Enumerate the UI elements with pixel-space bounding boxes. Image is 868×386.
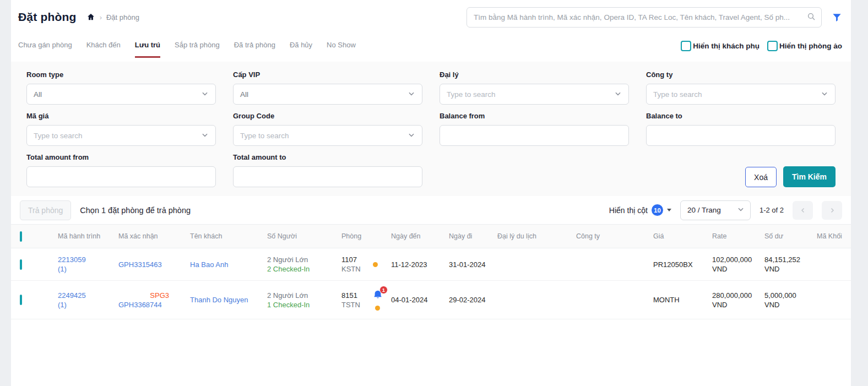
balance-cell: 5,000,000 VND — [764, 291, 817, 309]
select-all-cell — [11, 232, 58, 241]
chevron-down-icon — [201, 90, 209, 99]
booking-page: Đặt phòng › Đặt phòng Chưa gán phòng Khá… — [11, 0, 851, 386]
col-header[interactable]: Phòng — [341, 232, 391, 240]
rate-code-cell: MONTH — [653, 295, 712, 305]
filter-panel: Room type All Cấp VIP All Đại lý Type to… — [11, 62, 851, 196]
balance-amount: 84,151,252 — [764, 255, 817, 264]
confirmation-link[interactable]: GPH3315463 — [118, 260, 162, 269]
tab-sap-tra-phong[interactable]: Sắp trả phòng — [175, 41, 220, 58]
group-code-tag: SPG3 — [118, 291, 190, 300]
toggle-show-virtual-rooms[interactable]: Hiển thị phòng ảo — [767, 41, 842, 51]
chevron-down-icon — [737, 205, 745, 215]
balance-from-input[interactable] — [440, 125, 629, 146]
tab-no-show[interactable]: No Show — [327, 41, 356, 58]
guest-link[interactable]: Thanh Do Nguyen — [190, 296, 248, 304]
rate-cell: 280,000,000 VND — [712, 291, 764, 309]
display-toggles: Hiển thị khách phụ Hiển thị phòng ảo — [681, 34, 842, 51]
balance-currency: VND — [764, 264, 817, 274]
rate-amount: 280,000,000 — [712, 291, 764, 300]
col-header[interactable]: Số dư — [764, 232, 817, 240]
select-placeholder: Type to search — [34, 132, 83, 140]
guest-cell: Ha Bao Anh — [190, 260, 267, 269]
row-checkbox[interactable] — [20, 259, 22, 270]
table-header-row: Mã hành trình Mã xác nhận Tên khách Số N… — [11, 225, 851, 248]
col-header[interactable]: Mã Khối — [817, 232, 851, 240]
toggle-label: Hiển thị khách phụ — [693, 42, 760, 50]
company-select[interactable]: Type to search — [646, 84, 836, 105]
global-search — [466, 7, 822, 28]
rate-cell: 102,000,000 VND — [712, 255, 764, 274]
rate-code-cell: PR12050BX — [653, 260, 712, 269]
arrival-cell: 11-12-2023 — [391, 260, 449, 269]
toggle-label: Hiển thị phòng ảo — [779, 42, 842, 50]
total-amount-to-input[interactable] — [233, 166, 422, 187]
checkout-button[interactable]: Trả phòng — [20, 200, 71, 220]
itinerary-count-link[interactable]: (1) — [58, 300, 118, 309]
itinerary-count-link[interactable]: (1) — [58, 264, 118, 274]
home-icon[interactable] — [86, 13, 95, 21]
filter-label: Group Code — [233, 112, 422, 120]
select-value: All — [34, 90, 42, 99]
filter-label: Total amount to — [233, 153, 422, 161]
rate-code-select[interactable]: Type to search — [26, 125, 216, 146]
itinerary-link[interactable]: 2249425 — [58, 291, 118, 300]
col-header[interactable]: Rate — [712, 232, 764, 240]
vip-level-select[interactable]: All — [233, 84, 422, 105]
tab-da-tra-phong[interactable]: Đã trả phòng — [234, 41, 275, 58]
page-size-select[interactable]: 20 / Trang — [680, 200, 751, 220]
notification-bell-icon[interactable]: 1 — [372, 290, 383, 301]
row-select-cell — [11, 296, 58, 304]
itinerary-link[interactable]: 2213059 — [58, 255, 118, 264]
col-header[interactable]: Ngày đi — [449, 232, 497, 240]
toggle-show-extra-guests[interactable]: Hiển thị khách phụ — [681, 41, 760, 51]
breadcrumb: › Đặt phòng — [86, 13, 139, 21]
checkbox-icon[interactable] — [681, 41, 691, 51]
clear-button[interactable]: Xoá — [745, 167, 777, 187]
table-row[interactable]: 2213059 (1) GPH3315463 Ha Bao Anh 2 Ngườ… — [11, 248, 851, 281]
pax-count: 2 Người Lớn — [267, 291, 341, 300]
total-amount-from-input[interactable] — [26, 166, 216, 187]
guest-link[interactable]: Ha Bao Anh — [190, 260, 228, 269]
select-placeholder: Type to search — [653, 90, 702, 99]
col-header[interactable]: Đại lý du lịch — [497, 232, 576, 240]
agent-select[interactable]: Type to search — [440, 84, 629, 105]
tab-da-huy[interactable]: Đã hủy — [290, 41, 312, 58]
search-button[interactable]: Tìm Kiếm — [783, 166, 836, 187]
row-checkbox[interactable] — [20, 295, 22, 305]
rate-amount: 102,000,000 — [712, 255, 764, 264]
room-cell: 8151 TSTN 1 — [341, 290, 391, 311]
col-header[interactable]: Mã hành trình — [58, 232, 118, 240]
checkbox-icon[interactable] — [767, 41, 778, 51]
tab-luu-tru[interactable]: Lưu trú — [135, 41, 160, 58]
col-header[interactable]: Tên khách — [190, 232, 267, 240]
filter-field-vip-level: Cấp VIP All — [233, 70, 422, 105]
tab-chua-gan-phong[interactable]: Chưa gán phòng — [18, 41, 72, 58]
page-size-value: 20 / Trang — [687, 206, 721, 214]
select-value: All — [240, 90, 248, 99]
col-header[interactable]: Mã xác nhận — [118, 232, 190, 240]
col-header[interactable]: Giá — [653, 232, 712, 240]
room-type-select[interactable]: All — [26, 84, 216, 105]
col-header[interactable]: Số Người — [267, 232, 341, 240]
checked-in-count: 1 Checked-In — [267, 300, 341, 309]
filter-spacer — [440, 153, 629, 187]
tab-bar: Chưa gán phòng Khách đến Lưu trú Sắp trả… — [11, 34, 851, 62]
search-input[interactable] — [474, 13, 807, 21]
table-row[interactable]: 2249425 (1) SPG3 GPH3368744 Thanh Do Ngu… — [11, 281, 851, 319]
tab-khach-den[interactable]: Khách đến — [86, 41, 121, 58]
filter-field-total-amount-from: Total amount from — [26, 153, 216, 187]
group-code-select[interactable]: Type to search — [233, 125, 422, 146]
balance-to-input[interactable] — [646, 125, 836, 146]
filter-field-rate-code: Mã giá Type to search — [26, 112, 216, 146]
next-page-button[interactable] — [822, 201, 842, 220]
bookings-table: Mã hành trình Mã xác nhận Tên khách Số N… — [11, 225, 851, 319]
column-visibility-dropdown[interactable]: Hiển thị cột 10 — [609, 204, 671, 216]
col-header[interactable]: Công ty — [576, 232, 653, 240]
confirmation-link[interactable]: GPH3368744 — [118, 301, 162, 309]
filter-icon[interactable] — [832, 12, 842, 23]
col-header[interactable]: Ngày đến — [391, 232, 449, 240]
prev-page-button[interactable] — [793, 201, 813, 220]
select-all-checkbox[interactable] — [20, 231, 22, 242]
chevron-down-icon — [408, 90, 415, 99]
filter-label: Balance from — [440, 112, 629, 120]
